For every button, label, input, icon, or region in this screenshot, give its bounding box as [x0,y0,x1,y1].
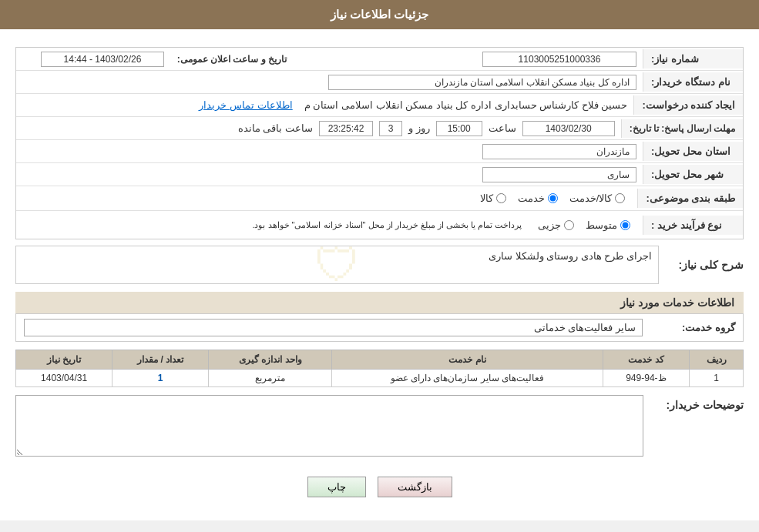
shomare-niaz-row: شماره نیاز: 1103005251000336 تاریخ و ساع… [16,48,743,71]
radio-motavasset-input[interactable] [620,220,630,230]
mohlat-saat-mande-input: 23:25:42 [319,121,373,136]
tabaghe-label: طبقه بندی موضوعی: [637,189,743,208]
sharh-koli-container: 🛡 اجرای طرح هادی روستای ولشکلا ساری [15,246,659,284]
back-button[interactable]: بازگشت [378,477,452,497]
mohlat-rooz-input: 3 [379,121,402,136]
radio-kala-khedmat-input[interactable] [615,193,625,203]
noe-farayand-radio-group: متوسط جزیی [532,216,636,234]
noe-farayand-note: پرداخت تمام یا بخشی از مبلغ خریدار از مح… [246,217,528,233]
shahr-input: ساری [482,167,636,182]
noe-farayand-value: متوسط جزیی پرداخت تمام یا بخشی از مبلغ خ… [16,213,643,237]
mohlat-label: مهلت ارسال پاسخ: تا تاریخ: [621,119,743,138]
mohlat-row: مهلت ارسال پاسخ: تا تاریخ: 1403/02/30 سا… [16,117,743,140]
cell-vahed: مترمربع [209,370,332,387]
grohe-khedmat-label: گروه خدمت: [643,319,743,336]
tvsiyat-container [15,395,643,459]
grohe-khedmat-row: گروه خدمت: سایر فعالیت‌های خدماتی [15,314,744,342]
shahr-row: شهر محل تحویل: ساری [16,163,743,186]
mohlat-value: 1403/02/30 ساعت 15:00 روز و 3 23:25:42 س… [16,118,621,139]
page-wrapper: جزئیات اطلاعات نیاز شماره نیاز: 11030052… [0,0,759,520]
radio-kala-input[interactable] [496,193,506,203]
cell-tarikh: 1403/04/31 [16,370,113,387]
cell-kod: ظ-94-949 [603,370,690,387]
sharh-koli-label: شرح کلی نیاز: [659,259,744,271]
shahr-label: شهر محل تحویل: [643,165,743,184]
tabaghe-row: طبقه بندی موضوعی: کالا/خدمت خدمت [16,186,743,211]
nam-dastgah-value: اداره کل بنیاد مسکن انقلاب اسلامی استان … [16,72,643,93]
shomare-niaz-value: 1103005251000336 [294,49,643,70]
saat-label: ساعت [489,122,516,134]
tabaghe-radio-group: کالا/خدمت خدمت کالا [474,189,632,207]
radio-kala-khedmat[interactable]: کالا/خدمت [569,192,626,204]
page-header: جزئیات اطلاعات نیاز [0,0,759,29]
elan-label: تاریخ و ساعت اعلان عمومی: [170,51,294,68]
noe-farayand-label: نوع فرآیند خرید : [643,216,743,235]
ijad-konande-value: حسین فلاح کارشناس حسابداری اداره کل بنیا… [16,96,633,114]
ijad-konande-text: حسین فلاح کارشناس حسابداری اداره کل بنیا… [304,99,628,111]
ijad-konande-link[interactable]: اطلاعات تماس خریدار [199,99,292,111]
ijad-konande-row: ایجاد کننده درخواست: حسین فلاح کارشناس ح… [16,94,743,117]
cell-radif: 1 [690,370,744,387]
radio-jazzi[interactable]: جزیی [538,219,574,231]
ostan-row: استان محل تحویل: مازندران [16,140,743,163]
sharh-koli-section: شرح کلی نیاز: 🛡 اجرای طرح هادی روستای ول… [15,246,744,284]
col-tarikh: تاریخ نیاز [16,350,113,370]
khadamat-section-title: اطلاعات خدمات مورد نیاز [15,292,744,314]
elan-date-input: 1403/02/26 - 14:44 [41,52,164,67]
ostan-label: استان محل تحویل: [643,142,743,161]
table-header-row: ردیف کد خدمت نام خدمت واحد اندازه گیری ت… [16,350,744,370]
khadamat-table-section: ردیف کد خدمت نام خدمت واحد اندازه گیری ت… [15,350,744,387]
radio-kala-label: کالا [480,192,493,204]
mohlat-saat-input: 15:00 [436,121,482,136]
nam-dastgah-label: نام دستگاه خریدار: [643,72,743,92]
radio-khedmat-label: خدمت [518,192,545,204]
grohe-khedmat-value: سایر فعالیت‌های خدماتی [24,319,643,336]
saat-mande-label: ساعت باقی مانده [238,122,313,134]
cell-tedad: 1 [113,370,209,387]
radio-motavasset-label: متوسط [586,219,617,231]
watermark-icon: 🛡 [314,239,361,292]
mohlat-date-input: 1403/02/30 [522,121,615,136]
col-tedad: تعداد / مقدار [113,350,209,370]
nam-dastgah-input: اداره کل بنیاد مسکن انقلاب اسلامی استان … [328,75,636,90]
sharh-koli-value: اجرای طرح هادی روستای ولشکلا ساری [22,250,652,262]
tvsiyat-label: توضیحات خریدار: [643,395,744,411]
tvsiyat-section: توضیحات خریدار: [15,395,744,459]
col-vahed: واحد اندازه گیری [209,350,332,370]
elan-value: 1403/02/26 - 14:44 [16,49,170,70]
ijad-konande-label: ایجاد کننده درخواست: [633,95,743,115]
main-content: شماره نیاز: 1103005251000336 تاریخ و ساع… [0,29,759,520]
col-nam: نام خدمت [332,350,603,370]
shomare-niaz-label: شماره نیاز: [643,49,743,69]
buttons-section: چاپ بازگشت [15,465,744,509]
tvsiyat-textarea[interactable] [15,395,643,457]
radio-khedmat-input[interactable] [548,193,558,203]
form-section: شماره نیاز: 1103005251000336 تاریخ و ساع… [15,47,744,239]
shomare-niaz-input: 1103005251000336 [482,52,636,67]
col-radif: ردیف [690,350,744,370]
noe-farayand-row: نوع فرآیند خرید : متوسط جزیی پرداخت تمام… [16,211,743,239]
nam-dastgah-row: نام دستگاه خریدار: اداره کل بنیاد مسکن ا… [16,71,743,94]
page-title: جزئیات اطلاعات نیاز [331,8,428,21]
tabaghe-value: کالا/خدمت خدمت کالا [16,186,637,210]
khadamat-table: ردیف کد خدمت نام خدمت واحد اندازه گیری ت… [15,350,744,387]
cell-nam: فعالیت‌های سایر سازمان‌های دارای عضو [332,370,603,387]
radio-motavasset[interactable]: متوسط [586,219,630,231]
radio-jazzi-input[interactable] [564,220,574,230]
radio-kala[interactable]: کالا [480,192,506,204]
radio-jazzi-label: جزیی [538,219,561,231]
radio-kala-khedmat-label: کالا/خدمت [569,192,613,204]
ostan-value: مازندران [16,141,643,162]
radio-khedmat[interactable]: خدمت [518,192,558,204]
print-button[interactable]: چاپ [307,477,366,497]
rooz-label: روز و [408,122,430,134]
col-kod: کد خدمت [603,350,690,370]
table-row: 1 ظ-94-949 فعالیت‌های سایر سازمان‌های دا… [16,370,744,387]
shahr-value: ساری [16,164,643,186]
ostan-input: مازندران [482,144,636,159]
